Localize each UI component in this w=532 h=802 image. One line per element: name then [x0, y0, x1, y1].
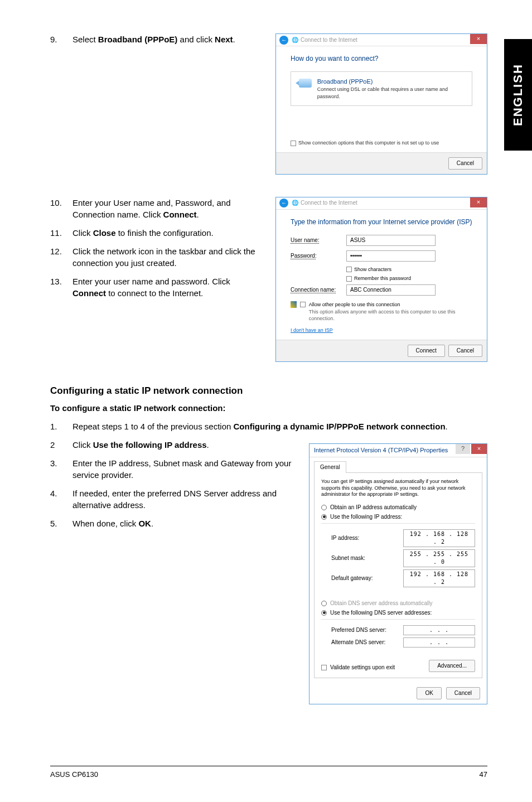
step12-body: Click the network icon in the taskbar an…: [72, 245, 264, 269]
s1-b: Configuring a dynamic IP/PPPoE network c…: [234, 422, 446, 431]
allow-text: Allow other people to use this connectio…: [309, 301, 472, 322]
gw-field[interactable]: 192 . 168 . 128 . 2: [403, 569, 475, 587]
ip-field[interactable]: 192 . 168 . 128 . 2: [403, 529, 475, 547]
gw-row: Default gateway:192 . 168 . 128 . 2: [331, 569, 475, 587]
connname-row: Connection name: ABC Connection: [291, 284, 472, 296]
connect-button[interactable]: Connect: [408, 345, 445, 357]
broadband-desc: Connect using DSL or cable that requires…: [317, 86, 464, 100]
ipv4-title: Internet Protocol Version 4 (TCP/IPv4) P…: [314, 446, 448, 455]
connname-field[interactable]: ABC Connection: [346, 284, 436, 296]
allow-row[interactable]: Allow other people to use this connectio…: [291, 301, 472, 322]
ip-label: IP address:: [331, 534, 403, 542]
language-tab: ENGLISH: [504, 39, 532, 151]
cancel-button[interactable]: Cancel: [448, 157, 482, 170]
static-heading: Configuring a static IP network connecti…: [50, 384, 487, 398]
s1-t1: Repeat steps 1 to 4 of the previous sect…: [72, 422, 234, 431]
static-step-4: 4. If needed, enter the preferred DNS Se…: [50, 487, 292, 511]
step9-bold2: Next: [215, 35, 233, 44]
step-9-body: Select Broadband (PPPoE) and click Next.: [72, 33, 264, 45]
no-isp-link[interactable]: I don't have an ISP: [291, 327, 333, 334]
username-field[interactable]: ASUS: [346, 235, 436, 246]
cb-icon: [346, 267, 352, 272]
step-11: 11. Click Close to finish the configurat…: [50, 227, 264, 239]
dialog1-title: Connect to the Internet: [301, 36, 357, 44]
allow-desc: This option allows anyone with access to…: [309, 309, 456, 322]
dialog2-heading: Type the information from your Internet …: [291, 218, 472, 227]
s3-num: 3.: [50, 457, 72, 481]
subnet-label: Subnet mask:: [331, 554, 403, 562]
s5-num: 5.: [50, 518, 72, 529]
step12-num: 12.: [50, 245, 72, 269]
s2-num: 2: [50, 439, 72, 451]
cb-icon-2: [346, 276, 352, 282]
password-field[interactable]: ••••••: [346, 250, 436, 262]
allow-label: Allow other people to use this connectio…: [309, 302, 400, 307]
show-chars-label: Show characters: [354, 266, 391, 273]
ipv4-titlebar: Internet Protocol Version 4 (TCP/IPv4) P…: [309, 444, 487, 457]
obtain-auto-radio[interactable]: Obtain an IP address automatically: [321, 504, 475, 511]
s4-body: If needed, enter the preferred DNS Serve…: [72, 487, 292, 511]
remember-label: Remember this password: [354, 275, 411, 282]
radio-icon-2: [321, 601, 327, 606]
obtain-dns-auto-radio[interactable]: Obtain DNS server address automatically: [321, 600, 475, 607]
ipv4-close-button[interactable]: ×: [471, 444, 487, 454]
pref-dns-field[interactable]: . . .: [403, 625, 475, 635]
static-step-2: 2 Click Use the following IP address.: [50, 439, 292, 451]
use-following-radio[interactable]: Use the following IP address:: [321, 513, 475, 521]
s2-t2: .: [207, 440, 209, 450]
validate-row[interactable]: Validate settings upon exit: [321, 664, 395, 671]
alt-dns-field[interactable]: . . .: [403, 637, 475, 648]
back-button[interactable]: ←: [279, 36, 288, 45]
show-options-check[interactable]: Show connection options that this comput…: [291, 139, 472, 147]
dialog1-heading: How do you want to connect?: [291, 54, 472, 64]
step-9: 9. Select Broadband (PPPoE) and click Ne…: [50, 33, 264, 45]
obtain-dns-auto-label: Obtain DNS server address automatically: [330, 600, 432, 607]
close-button-2[interactable]: ×: [470, 197, 487, 207]
connect-dialog-1: ← 🌐 Connect to the Internet × How do you…: [275, 33, 487, 175]
back-button-2[interactable]: ←: [279, 199, 288, 207]
advanced-button[interactable]: Advanced...: [429, 660, 475, 672]
dialog2-title: Connect to the Internet: [301, 199, 357, 207]
dialog2-titlebar: ← 🌐 Connect to the Internet ×: [276, 197, 487, 210]
cb-icon-3: [300, 302, 306, 307]
show-chars-row[interactable]: Show characters: [346, 266, 472, 273]
static-step-5: 5. When done, click OK.: [50, 518, 292, 529]
s3-body: Enter the IP address, Subnet mask and Ga…: [72, 457, 292, 481]
step9-bold1: Broadband (PPPoE): [98, 35, 178, 44]
step11-t2: to finish the configuration.: [116, 228, 214, 238]
validate-label: Validate settings upon exit: [330, 664, 395, 671]
broadband-icon: [299, 79, 312, 88]
alt-dns-label: Alternate DNS server:: [331, 639, 403, 646]
step9-mid: and click: [177, 35, 215, 44]
step11-body: Click Close to finish the configuration.: [72, 227, 264, 239]
steps-10-13-row: 10. Enter your User name and, Password, …: [50, 197, 487, 368]
use-dns-radio[interactable]: Use the following DNS server addresses:: [321, 609, 475, 617]
step13-b: Connect: [72, 288, 106, 298]
step9-row: 9. Select Broadband (PPPoE) and click Ne…: [50, 33, 487, 180]
s2-b: Use the following IP address: [93, 440, 207, 450]
subnet-field[interactable]: 255 . 255 . 255 . 0: [403, 549, 475, 567]
static-step-1: 1. Repeat steps 1 to 4 of the previous s…: [50, 421, 487, 432]
s1-num: 1.: [50, 421, 72, 432]
cancel-button-2[interactable]: Cancel: [448, 345, 482, 357]
close-button[interactable]: ×: [470, 34, 487, 44]
ipv4-panel: You can get IP settings assigned automat…: [314, 472, 482, 678]
remember-row[interactable]: Remember this password: [346, 275, 472, 282]
ipv4-cancel-button[interactable]: Cancel: [446, 687, 480, 699]
help-button[interactable]: ?: [456, 444, 470, 454]
s5-t2: .: [151, 519, 153, 528]
radio-selected-icon-2: [321, 610, 327, 616]
checkbox-icon: [291, 141, 296, 146]
globe-icon-2: 🌐: [292, 199, 298, 207]
s5-b: OK: [138, 519, 151, 528]
broadband-option[interactable]: Broadband (PPPoE) Connect using DSL or c…: [291, 71, 472, 107]
shield-icon: [291, 301, 297, 308]
static-step-3: 3. Enter the IP address, Subnet mask and…: [50, 457, 292, 481]
ok-button[interactable]: OK: [417, 687, 441, 699]
connect-dialog-2: ← 🌐 Connect to the Internet × Type the i…: [275, 197, 487, 362]
use-dns-label: Use the following DNS server addresses:: [330, 609, 432, 617]
general-tab[interactable]: General: [314, 461, 346, 473]
footer-page-number: 47: [480, 770, 487, 780]
step-12: 12. Click the network icon in the taskba…: [50, 245, 264, 269]
cb-icon-4: [321, 665, 327, 670]
